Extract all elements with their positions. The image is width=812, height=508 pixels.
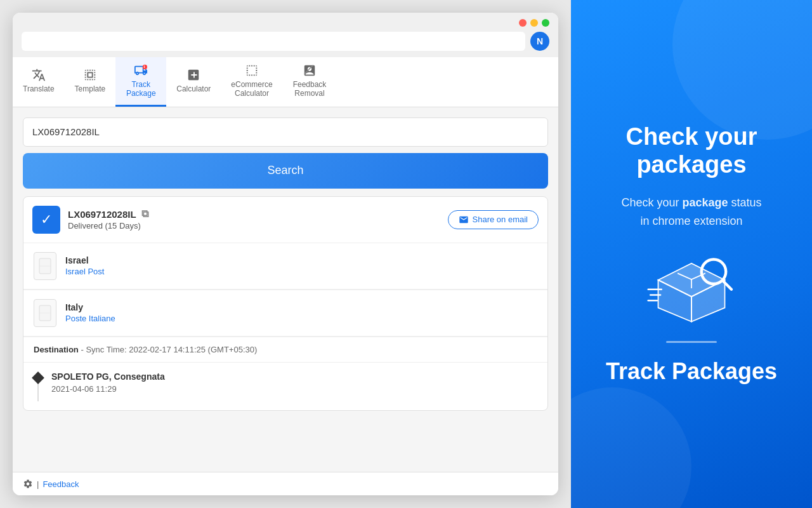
tab-template[interactable]: Template — [65, 57, 116, 107]
event-location: SPOLETO PG, Consegnata — [51, 371, 165, 382]
feedback-removal-icon — [303, 64, 317, 77]
extension-icon[interactable]: N — [530, 32, 549, 51]
flag-placeholder-icon — [39, 258, 51, 274]
tracking-info: LX069712028IL ⧉ Delivered (15 Days) — [68, 208, 148, 231]
translate-icon — [32, 68, 46, 82]
calculator-tab-label: Calculator — [176, 84, 211, 93]
origin-info: Israel Israel Post — [65, 255, 104, 276]
event-timeline-line — [37, 382, 39, 401]
event-content: SPOLETO PG, Consegnata 2021-04-06 11:29 — [51, 371, 165, 394]
share-icon — [459, 215, 469, 225]
traffic-green[interactable] — [542, 19, 549, 27]
headline-subtitle: Check your package status in chrome exte… — [621, 194, 761, 231]
result-card: ✓ LX069712028IL ⧉ Delivered (15 Days) Sh… — [23, 196, 548, 411]
result-header: ✓ LX069712028IL ⧉ Delivered (15 Days) Sh… — [23, 197, 547, 243]
tab-track-package[interactable]: TrackPackage — [115, 57, 166, 107]
dest-flag — [34, 299, 56, 327]
traffic-lights — [519, 19, 549, 27]
track-package-icon — [134, 64, 148, 77]
traffic-yellow[interactable] — [530, 19, 538, 27]
browser-titlebar — [22, 19, 549, 27]
feedback-label[interactable]: Feedback — [43, 479, 79, 489]
address-bar-input[interactable] — [22, 32, 525, 51]
traffic-red[interactable] — [519, 19, 527, 27]
event-date: 2021-04-06 11:29 — [51, 384, 165, 394]
ecommerce-icon — [245, 64, 259, 77]
dest-country-name: Italy — [65, 302, 115, 312]
feedback-removal-tab-label: FeedbackRemoval — [293, 80, 327, 98]
dest-info: Italy Poste Italiane — [65, 302, 115, 323]
extension-footer: | Feedback — [13, 472, 558, 495]
tracking-number-text: LX069712028IL — [68, 209, 136, 220]
browser-window: N Translate Template — [13, 13, 558, 495]
tab-translate[interactable]: Translate — [13, 57, 65, 107]
calculator-icon — [187, 68, 200, 82]
share-label: Share on email — [473, 215, 528, 224]
event-diamond-icon — [32, 371, 44, 384]
divider-line — [666, 341, 717, 343]
origin-carrier: Israel Post — [65, 267, 104, 276]
origin-country-item: Israel Israel Post — [23, 243, 547, 290]
tracking-number-input[interactable]: LX069712028IL — [23, 117, 548, 147]
headline-check-packages: Check your packages — [590, 123, 793, 178]
tab-ecommerce[interactable]: eCommerceCalculator — [221, 57, 282, 107]
tracking-number-row: LX069712028IL ⧉ — [68, 208, 148, 220]
track-packages-title: Track Packages — [606, 358, 777, 385]
template-tab-label: Template — [75, 84, 106, 93]
browser-chrome: N — [13, 13, 558, 57]
tab-feedback-removal[interactable]: FeedbackRemoval — [283, 57, 337, 107]
package-search-icon — [647, 253, 736, 323]
tab-calculator[interactable]: Calculator — [166, 57, 221, 107]
left-panel: N Translate Template — [0, 0, 571, 508]
share-on-email-button[interactable]: Share on email — [448, 210, 539, 229]
dest-country-item: Italy Poste Italiane — [23, 290, 547, 337]
ecommerce-tab-label: eCommerceCalculator — [231, 80, 272, 98]
status-check-box: ✓ — [32, 206, 60, 234]
tracking-event: SPOLETO PG, Consegnata 2021-04-06 11:29 — [23, 363, 547, 410]
extension-toolbar: Translate Template TrackPackage — [13, 57, 558, 107]
search-button[interactable]: Search — [23, 153, 548, 189]
right-panel: Check your packages Check your package s… — [571, 0, 812, 508]
origin-country-name: Israel — [65, 255, 104, 265]
track-package-tab-label: TrackPackage — [126, 80, 156, 98]
package-icon-container — [647, 253, 736, 326]
destination-sync-row: Destination - Sync Time: 2022-02-17 14:1… — [23, 337, 547, 363]
browser-address-bar: N — [22, 32, 549, 57]
delivered-status: Delivered (15 Days) — [68, 221, 148, 231]
countries-section: Israel Israel Post Ital — [23, 243, 547, 337]
extension-content: LX069712028IL Search ✓ LX069712028IL ⧉ D… — [13, 107, 558, 472]
translate-tab-label: Translate — [23, 84, 55, 93]
template-icon — [83, 68, 97, 82]
feedback-gear-icon — [23, 479, 33, 489]
dest-flag-placeholder-icon — [39, 305, 51, 321]
svg-point-0 — [143, 65, 147, 69]
origin-flag — [34, 252, 56, 280]
dest-carrier: Poste Italiane — [65, 314, 115, 323]
copy-icon[interactable]: ⧉ — [141, 208, 148, 220]
